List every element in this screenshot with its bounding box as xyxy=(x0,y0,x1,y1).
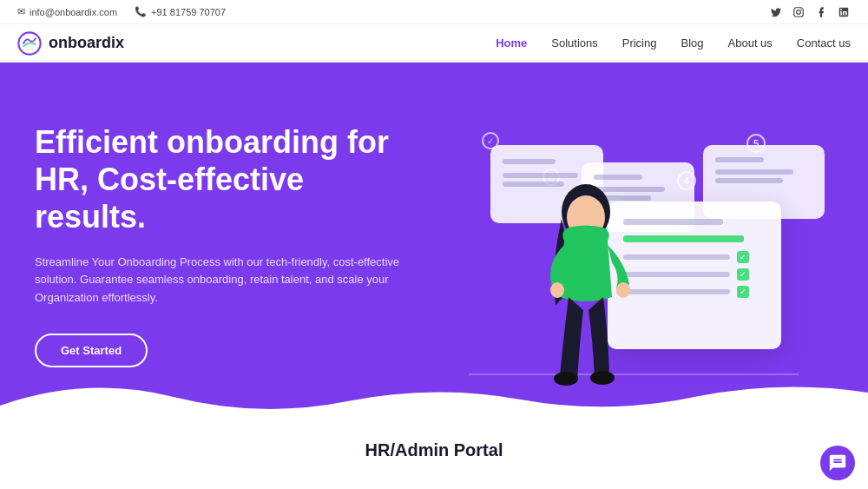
hero-subtitle: Streamline Your Onboarding Process with … xyxy=(35,254,408,307)
svg-point-3 xyxy=(550,282,564,298)
hero-illustration: ✓ ✓ 3 4 5 xyxy=(434,80,851,419)
linkedin-icon[interactable] xyxy=(837,5,851,19)
nav-blog[interactable]: Blog xyxy=(681,36,703,50)
topbar: ✉ info@onboardix.com 📞 +91 81759 70707 xyxy=(0,0,868,24)
hr-portal-title: HR/Admin Portal xyxy=(365,440,503,460)
logo-text: onboardix xyxy=(49,34,124,52)
nav-about[interactable]: About us xyxy=(728,36,773,50)
wave-shape xyxy=(0,375,868,427)
chat-icon xyxy=(828,453,847,472)
nav-contact[interactable]: Contact us xyxy=(797,36,851,50)
email-info: ✉ info@onboardix.com xyxy=(17,6,117,17)
phone-info: 📞 +91 81759 70707 xyxy=(135,6,226,17)
social-links xyxy=(769,5,851,19)
person-illustration xyxy=(512,158,660,419)
nav-home[interactable]: Home xyxy=(496,36,527,50)
hero-title: Efficient onboarding for HR, Cost-effect… xyxy=(35,123,417,236)
bottom-section: HR/Admin Portal xyxy=(0,427,868,489)
topbar-left: ✉ info@onboardix.com 📞 +91 81759 70707 xyxy=(17,6,226,17)
chat-button[interactable] xyxy=(820,446,855,480)
phone-text: +91 81759 70707 xyxy=(151,7,226,17)
logo-icon xyxy=(17,31,42,56)
twitter-icon[interactable] xyxy=(769,5,783,19)
nav-links: Home Solutions Pricing Blog About us Con… xyxy=(496,36,851,50)
hero-section: Efficient onboarding for HR, Cost-effect… xyxy=(0,63,868,427)
email-text: info@onboardix.com xyxy=(30,7,117,17)
email-icon: ✉ xyxy=(17,6,25,17)
svg-point-5 xyxy=(554,372,578,386)
get-started-button[interactable]: Get Started xyxy=(35,334,148,367)
nav-solutions[interactable]: Solutions xyxy=(551,36,597,50)
instagram-icon[interactable] xyxy=(792,5,806,19)
hero-content: Efficient onboarding for HR, Cost-effect… xyxy=(35,97,469,367)
phone-icon: 📞 xyxy=(135,6,147,17)
nav-pricing[interactable]: Pricing xyxy=(622,36,657,50)
navbar: onboardix Home Solutions Pricing Blog Ab… xyxy=(0,24,868,63)
svg-point-6 xyxy=(590,371,615,385)
logo[interactable]: onboardix xyxy=(17,31,124,56)
facebook-icon[interactable] xyxy=(814,5,828,19)
svg-point-4 xyxy=(616,282,630,298)
